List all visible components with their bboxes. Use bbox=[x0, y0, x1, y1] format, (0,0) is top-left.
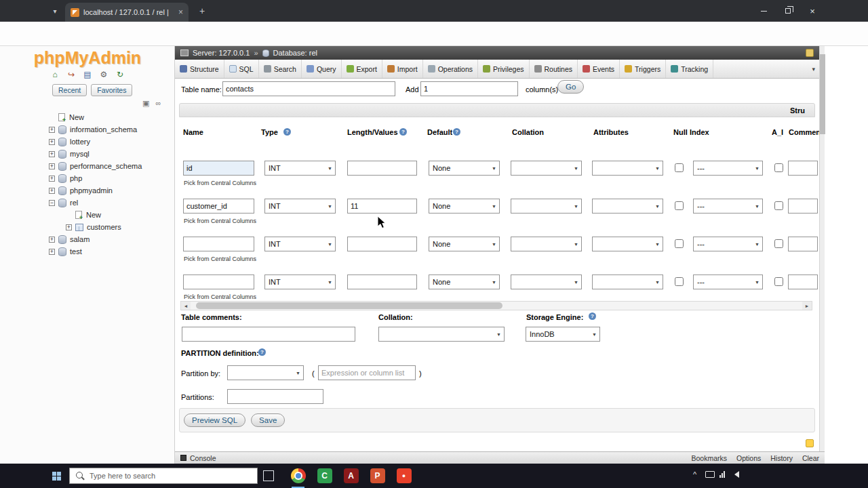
expand-icon[interactable] bbox=[49, 237, 55, 243]
tab-search-icon[interactable] bbox=[47, 4, 62, 18]
partition-expression-input[interactable] bbox=[318, 365, 416, 380]
tray-expand-icon[interactable] bbox=[693, 470, 696, 479]
tab-operations[interactable]: Operations bbox=[423, 60, 478, 78]
length-input-row2[interactable] bbox=[347, 199, 417, 214]
tab-sql[interactable]: SQL bbox=[224, 60, 259, 78]
console-history-link[interactable]: History bbox=[770, 454, 793, 462]
vertical-scrollbar[interactable] bbox=[819, 46, 825, 451]
tab-import[interactable]: Import bbox=[382, 60, 423, 78]
go-button[interactable]: Go bbox=[557, 80, 584, 94]
task-view-icon[interactable] bbox=[263, 470, 274, 481]
tree-item-test[interactable]: test bbox=[0, 245, 175, 258]
tree-item-lottery[interactable]: lottery bbox=[0, 136, 175, 148]
collation-select-row1[interactable] bbox=[511, 161, 582, 176]
expand-icon[interactable] bbox=[49, 163, 55, 169]
tab-close-icon[interactable] bbox=[178, 8, 183, 16]
length-input-row1[interactable] bbox=[347, 161, 417, 176]
taskbar-app-camtasia[interactable]: C bbox=[311, 464, 338, 488]
index-select-row1[interactable]: --- bbox=[693, 161, 763, 176]
storage-engine-select[interactable]: InnoDB bbox=[526, 327, 600, 342]
tree-item-rel-new[interactable]: New bbox=[0, 209, 175, 221]
maximize-button[interactable] bbox=[776, 0, 800, 22]
taskbar-app-powerpoint[interactable]: P bbox=[364, 464, 391, 488]
home-icon[interactable] bbox=[50, 70, 60, 79]
partitions-input[interactable] bbox=[227, 389, 323, 404]
type-select-row1[interactable]: INT bbox=[264, 161, 336, 176]
help-icon[interactable] bbox=[453, 128, 460, 136]
default-select-row2[interactable]: None bbox=[429, 199, 500, 214]
more-tabs-icon[interactable] bbox=[812, 66, 819, 73]
expand-icon[interactable] bbox=[49, 139, 55, 145]
tab-search[interactable]: Search bbox=[259, 60, 302, 78]
favorites-button[interactable]: Favorites bbox=[91, 84, 132, 96]
scroll-right-icon[interactable] bbox=[802, 302, 812, 310]
console-clear-link[interactable]: Clear bbox=[802, 454, 819, 462]
browser-tab[interactable]: localhost / 127.0.0.1 / rel | php bbox=[65, 3, 189, 22]
expand-icon[interactable] bbox=[49, 188, 55, 194]
settings-icon[interactable] bbox=[99, 70, 108, 79]
index-select-row2[interactable]: --- bbox=[693, 199, 763, 214]
expand-icon[interactable] bbox=[49, 127, 55, 133]
table-comments-input[interactable] bbox=[182, 327, 355, 342]
attributes-select-row2[interactable] bbox=[592, 199, 663, 214]
type-select-row4[interactable]: INT bbox=[264, 274, 336, 289]
attributes-select-row1[interactable] bbox=[592, 161, 663, 176]
logout-icon[interactable] bbox=[66, 70, 76, 79]
help-icon[interactable] bbox=[399, 128, 407, 136]
tree-item-mysql[interactable]: mysql bbox=[0, 148, 175, 160]
panel-corner-icon[interactable] bbox=[806, 49, 814, 57]
ai-checkbox-row4[interactable] bbox=[774, 277, 783, 286]
ai-checkbox-row1[interactable] bbox=[774, 163, 783, 172]
display-tray-icon[interactable] bbox=[705, 471, 715, 478]
help-icon[interactable] bbox=[283, 128, 291, 136]
tab-export[interactable]: Export bbox=[342, 60, 382, 78]
index-select-row4[interactable]: --- bbox=[693, 274, 763, 289]
recent-button[interactable]: Recent bbox=[52, 84, 87, 96]
volume-icon[interactable] bbox=[731, 471, 739, 478]
tab-events[interactable]: Events bbox=[578, 60, 620, 78]
network-icon[interactable] bbox=[719, 471, 725, 478]
save-button[interactable]: Save bbox=[251, 413, 285, 427]
tab-query[interactable]: Query bbox=[302, 60, 342, 78]
preview-sql-button[interactable]: Preview SQL bbox=[184, 413, 245, 427]
close-button[interactable] bbox=[800, 0, 825, 22]
pick-central-columns-link-row1[interactable]: Pick from Central Columns bbox=[184, 180, 256, 186]
tree-link-icon[interactable] bbox=[155, 99, 161, 108]
expand-icon[interactable] bbox=[66, 224, 72, 230]
comment-input-row2[interactable] bbox=[788, 199, 818, 214]
table-name-input[interactable] bbox=[222, 81, 395, 96]
refresh-icon[interactable] bbox=[115, 70, 125, 79]
tree-item-phpmyadmin[interactable]: phpmyadmin bbox=[0, 184, 175, 197]
horizontal-scrollbar[interactable] bbox=[180, 301, 812, 310]
tab-routines[interactable]: Routines bbox=[530, 60, 578, 78]
null-checkbox-row2[interactable] bbox=[675, 201, 684, 210]
type-select-row3[interactable]: INT bbox=[264, 237, 336, 251]
pick-central-columns-link-row4[interactable]: Pick from Central Columns bbox=[184, 293, 256, 300]
attributes-select-row3[interactable] bbox=[592, 237, 663, 251]
breadcrumb-server[interactable]: Server: 127.0.0.1 bbox=[193, 49, 250, 57]
help-icon[interactable] bbox=[258, 348, 266, 356]
vertical-scrollbar-thumb[interactable] bbox=[820, 54, 825, 134]
default-select-row4[interactable]: None bbox=[429, 274, 500, 289]
collapse-icon[interactable] bbox=[49, 200, 55, 206]
tab-structure[interactable]: Structure bbox=[175, 60, 224, 78]
comment-input-row1[interactable] bbox=[788, 161, 818, 176]
expand-icon[interactable] bbox=[49, 249, 55, 255]
ai-checkbox-row2[interactable] bbox=[774, 201, 783, 210]
tree-item-information-schema[interactable]: information_schema bbox=[0, 123, 175, 136]
length-input-row3[interactable] bbox=[347, 237, 417, 251]
scroll-left-icon[interactable] bbox=[181, 302, 191, 310]
tree-item-salam[interactable]: salam bbox=[0, 233, 175, 245]
null-checkbox-row4[interactable] bbox=[675, 277, 684, 286]
tab-tracking[interactable]: Tracking bbox=[666, 60, 713, 78]
tab-privileges[interactable]: Privileges bbox=[478, 60, 530, 78]
column-name-input-row2[interactable] bbox=[183, 199, 254, 214]
type-select-row2[interactable]: INT bbox=[264, 199, 336, 214]
collation-select-row4[interactable] bbox=[511, 274, 582, 289]
console-options-link[interactable]: Options bbox=[736, 454, 761, 462]
ai-checkbox-row3[interactable] bbox=[774, 239, 783, 248]
default-select-row3[interactable]: None bbox=[429, 237, 500, 251]
tree-item-rel[interactable]: rel bbox=[0, 197, 175, 209]
tree-item-new[interactable]: New bbox=[0, 111, 175, 123]
tree-item-php[interactable]: php bbox=[0, 172, 175, 184]
